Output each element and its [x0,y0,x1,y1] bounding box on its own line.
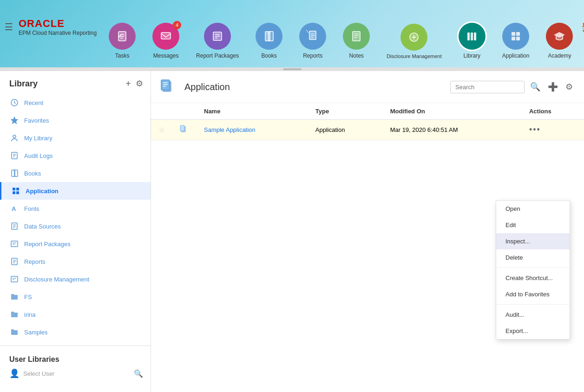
svg-rect-42 [16,188,19,190]
oracle-logo: ORACLE EPM Cloud Narrative Reporting [19,18,97,36]
data-sources-icon [9,221,20,231]
sidebar-item-fonts[interactable]: A Fonts [0,200,151,217]
sidebar-item-fs[interactable]: FS [0,288,151,306]
svg-rect-10 [269,32,273,41]
nav-item-disclosure[interactable]: Disclosure Management [378,24,450,59]
col-type: Type [308,103,383,120]
disclosure-mgmt-sidebar-icon [9,274,20,284]
report-packages-label: Report Packages [196,52,239,59]
nav-item-tasks[interactable]: Tasks [100,23,144,59]
row-star-cell: ☆ [151,120,172,140]
report-packages-sidebar-icon [9,239,20,249]
col-modified: Modified On [383,103,522,120]
svg-rect-66 [180,125,184,131]
search-input[interactable] [450,81,525,93]
svg-rect-24 [467,33,470,40]
settings-button[interactable]: ⚙ [564,80,575,94]
nav-item-application[interactable]: Application [494,23,538,59]
messages-badge: 4 [173,21,181,29]
sidebar-item-irina[interactable]: irina [0,306,151,323]
sidebar-item-books[interactable]: Books [0,164,151,182]
sidebar-header: Library + ⚙ [0,71,151,94]
svg-rect-50 [11,241,18,247]
context-menu-inspect[interactable]: Inspect... [496,233,570,249]
books-sidebar-icon [9,168,20,178]
fonts-icon: A [9,203,20,214]
nav-item-books[interactable]: Books [247,23,291,59]
search-icon[interactable]: 🔍 [528,80,542,94]
row-name-cell: Sample Application [197,120,308,140]
table-body: ☆ Sample Application Appli [151,120,584,140]
nav-item-notes[interactable]: Notes [335,23,378,59]
table-row: ☆ Sample Application Appli [151,120,584,140]
library-icon-circle [459,23,486,50]
sidebar-item-data-sources[interactable]: Data Sources [0,217,151,235]
sidebar-item-report-packages[interactable]: Report Packages [0,235,151,253]
reports-icon-circle [299,23,326,50]
row-type: Application [315,126,345,133]
user-avatar-icon: 👤 [9,368,20,379]
books-icon-circle [256,23,282,50]
select-user-input[interactable]: Select User [23,370,130,377]
user-search-icon[interactable]: 🔍 [134,369,143,378]
svg-rect-57 [11,276,18,282]
nav-right: 🏠 ♿ Administrator ▼ [581,21,584,33]
context-menu-audit[interactable]: Audit... [496,307,570,323]
context-menu-delete[interactable]: Delete [496,249,570,266]
sidebar-item-irina-label: irina [24,311,143,318]
sidebar-item-favorites[interactable]: Favorites [0,111,151,129]
sidebar-item-recent[interactable]: Recent [0,94,151,111]
sidebar-item-fonts-label: Fonts [24,205,143,212]
svg-point-34 [13,135,16,138]
nav-item-library[interactable]: Library [450,23,494,59]
divider-handle [0,67,584,71]
nav-item-messages[interactable]: 4 Messages [144,23,188,59]
nav-item-report-packages[interactable]: Report Packages [188,23,247,59]
col-name: Name [197,103,308,120]
svg-rect-61 [161,80,170,90]
home-icon[interactable]: 🏠 [581,21,584,33]
row-type-cell: Application [308,120,383,140]
sidebar-actions: + ⚙ [125,78,143,89]
top-navigation: ☰ ORACLE EPM Cloud Narrative Reporting T… [0,0,584,67]
nav-item-reports[interactable]: Reports [291,23,335,59]
content-header-actions: 🔍 ➕ ⚙ [450,80,575,94]
svg-rect-30 [516,37,520,40]
sidebar-item-samples-label: Samples [24,329,143,336]
tasks-icon-circle [109,23,136,50]
context-menu-edit[interactable]: Edit [496,217,570,233]
sidebar-item-reports[interactable]: Reports [0,253,151,270]
sidebar-item-report-packages-label: Report Packages [24,241,143,248]
svg-rect-43 [13,191,15,194]
sidebar-item-disclosure-mgmt[interactable]: Disclosure Management [0,270,151,288]
context-menu-create-shortcut[interactable]: Create Shortcut... [496,270,570,286]
nav-item-academy[interactable]: Academy [538,23,581,59]
application-sidebar-icon [11,186,21,196]
content-header: Application 🔍 ➕ ⚙ [151,71,584,103]
library-label: Library [463,52,480,59]
fs-folder-icon [9,292,20,302]
row-actions-cell: ••• [522,120,584,140]
context-menu-export[interactable]: Export... [496,323,570,339]
audit-logs-icon [9,150,20,161]
context-menu-open[interactable]: Open [496,201,570,217]
svg-rect-28 [516,32,520,36]
sidebar-item-my-library[interactable]: My Library [0,129,151,147]
sidebar-item-application[interactable]: Application [0,182,151,200]
content-table: Name Type Modified On Actions ☆ [151,103,584,140]
sample-application-link[interactable]: Sample Application [204,126,301,133]
sidebar-item-samples[interactable]: Samples [0,323,151,341]
add-item-button[interactable]: ➕ [546,80,560,94]
sidebar-add-button[interactable]: + [125,78,131,89]
books-label: Books [261,52,276,59]
row-icon-cell [172,120,197,140]
actions-menu-button[interactable]: ••• [529,125,541,134]
sidebar-item-audit-logs[interactable]: Audit Logs [0,147,151,164]
star-toggle[interactable]: ☆ [158,126,165,134]
context-menu-add-favorites[interactable]: Add to Favorites [496,286,570,302]
notes-label: Notes [349,52,363,59]
sidebar-settings-button[interactable]: ⚙ [136,78,143,89]
application-label: Application [502,52,530,59]
hamburger-menu[interactable]: ☰ [5,21,13,33]
reports-label: Reports [303,52,322,59]
